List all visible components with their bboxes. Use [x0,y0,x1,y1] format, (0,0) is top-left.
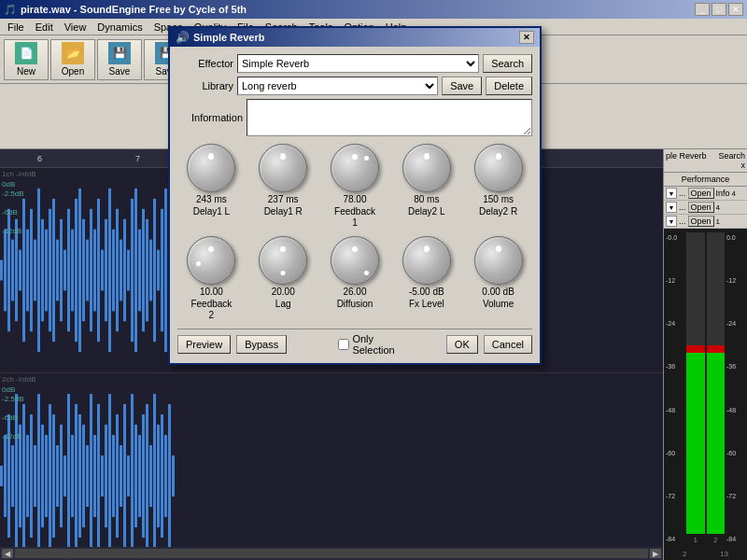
dialog-close-button[interactable]: ✕ [519,31,534,44]
plugin-name-label: ple Reverb [666,151,707,161]
knob-delay2l-control[interactable] [402,144,451,192]
open-btn-1[interactable]: Open [688,188,714,199]
knob-feedback1-control[interactable] [331,144,379,192]
open-btn-3[interactable]: Open [688,216,714,227]
knob-volume-control[interactable] [474,236,523,285]
menu-edit[interactable]: Edit [30,21,59,34]
knob-delay1r-control[interactable] [259,144,307,192]
svg-rect-0 [0,260,3,281]
close-plugin[interactable]: x [666,161,745,170]
new-label: New [17,66,35,77]
save-icon: 💾 [108,42,131,64]
svg-rect-71 [75,404,78,548]
svg-rect-25 [93,230,96,312]
svg-rect-61 [37,394,40,558]
save-label: Save [109,66,131,77]
new-button[interactable]: 📄 New [4,39,49,80]
svg-rect-21 [78,189,81,352]
svg-rect-6 [22,199,25,342]
effector-select[interactable]: Simple Reverb [237,54,479,73]
bypass-button[interactable]: Bypass [236,335,287,354]
cancel-button[interactable]: Cancel [484,335,532,354]
vu-label-60: -60 [666,450,684,456]
menu-view[interactable]: View [59,21,92,34]
save-button[interactable]: 💾 Save [97,39,142,80]
search-button[interactable]: Search [483,54,532,73]
vu-label-48-r: -48 [726,407,745,413]
knob-fxlevel-control[interactable] [402,236,451,285]
information-label: Information [177,112,243,123]
library-label: Library [177,80,233,91]
simple-reverb-dialog: 🔊 Simple Reverb ✕ Effector Simple Reverb… [168,26,542,365]
knob-delay1r-label: Delay1 R [264,206,303,217]
menu-file[interactable]: File [2,21,30,34]
info-1: Info [716,189,730,198]
knob-feedback2-control[interactable] [187,236,235,285]
effector-label: Effector [177,58,233,69]
knob-delay2r: 150 ms Delay2 R [464,144,532,229]
close-btn[interactable]: ✕ [728,3,743,16]
only-selection-container: OnlySelection [338,333,394,356]
open-label: Open [62,66,84,77]
svg-rect-14 [52,199,55,342]
dropdown-3[interactable]: ▼ [666,216,677,227]
vu-label-48: -48 [666,407,684,413]
open-btn-2[interactable]: Open [688,202,714,213]
knob-delay2r-control[interactable] [474,144,523,192]
dialog-title-bar: 🔊 Simple Reverb ✕ [170,28,540,47]
svg-rect-95 [164,435,167,517]
dots-2: ... [679,203,686,212]
vu-label-24-r: -24 [726,320,745,327]
preview-button[interactable]: Preview [177,335,231,354]
vu-label-12: -12 [666,277,684,284]
knob-lag-control[interactable] [259,236,307,285]
svg-rect-15 [56,240,59,301]
ok-button[interactable]: OK [446,335,478,354]
svg-rect-51 [0,466,3,486]
dialog-body: Effector Simple Reverb Search Library Lo… [170,47,540,363]
library-select[interactable]: Long reverb [237,77,438,95]
svg-rect-43 [161,209,163,331]
svg-rect-87 [134,425,137,527]
open-button[interactable]: 📂 Open [50,39,95,80]
svg-rect-22 [82,219,85,322]
vu-label-84-r: -84 [726,536,745,542]
menu-dynamics[interactable]: Dynamics [92,21,148,34]
svg-rect-69 [67,394,70,558]
dropdown-1[interactable]: ▼ [666,188,677,199]
svg-rect-70 [71,435,74,517]
dropdown-2[interactable]: ▼ [666,202,677,213]
knob-delay2l: 80 ms Delay2 L [392,144,460,229]
scrollbar-track[interactable] [15,549,648,558]
svg-rect-39 [146,219,148,322]
svg-rect-19 [71,230,74,312]
svg-rect-23 [86,240,89,301]
save-preset-button[interactable]: Save [442,77,482,95]
dialog-icon: 🔊 [176,31,190,44]
knob-lag-value: 20.00 [272,287,295,297]
vu-ch1: 1 [686,232,705,544]
svg-rect-11 [41,219,44,322]
information-input[interactable] [247,99,532,136]
knob-diffusion-control[interactable] [331,236,379,285]
maximize-btn[interactable]: □ [712,3,726,16]
svg-rect-12 [45,230,48,312]
vu-label-36-r: -36 [726,363,745,370]
vu-label-72-r: -72 [726,493,745,499]
vu-ch2-red [707,345,726,353]
knob-feedback1-value: 78.00 [343,194,366,204]
vu-marker-2: 2 [683,550,686,558]
svg-rect-57 [22,404,25,548]
knob-delay1r: 237 ms Delay1 R [249,144,317,229]
scroll-left[interactable]: ◀ [2,549,13,558]
scroll-right[interactable]: ▶ [650,549,661,558]
svg-rect-63 [45,435,48,517]
knob-delay1l-control[interactable] [187,144,235,192]
svg-rect-76 [93,435,96,517]
delete-preset-button[interactable]: Delete [486,77,532,95]
minimize-btn[interactable]: _ [695,3,710,16]
svg-rect-97 [172,455,175,497]
only-selection-checkbox[interactable] [338,339,349,350]
vu-label-24: -24 [666,320,684,327]
svg-rect-73 [82,425,85,527]
